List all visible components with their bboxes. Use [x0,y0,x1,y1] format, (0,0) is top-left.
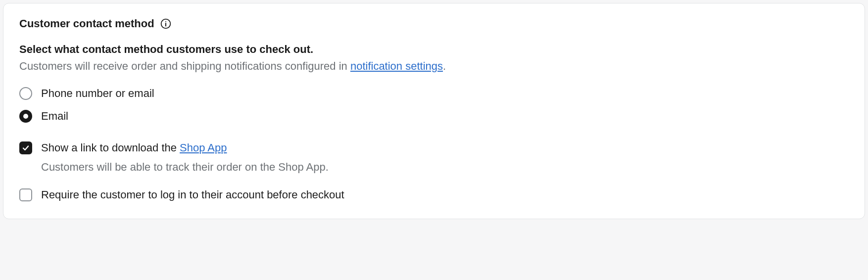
checkbox-content-require-login: Require the customer to log in to their … [41,187,344,203]
contact-method-card: Customer contact method Select what cont… [3,3,865,219]
contact-method-radio-group: Phone number or email Email [19,87,849,123]
checkbox-content-shop-app: Show a link to download the Shop App Cus… [41,140,329,175]
radio-phone-email[interactable] [19,87,32,100]
description-prefix: Customers will receive order and shippin… [19,60,350,72]
section-description: Customers will receive order and shippin… [19,59,849,74]
section-subtitle: Select what contact method customers use… [19,43,849,56]
info-icon[interactable] [160,18,171,29]
checkbox-row-shop-app: Show a link to download the Shop App Cus… [19,140,849,175]
checkbox-helper-shop-app: Customers will be able to track their or… [41,160,329,175]
checkbox-label-shop-app[interactable]: Show a link to download the Shop App [41,140,329,156]
radio-email[interactable] [19,110,32,123]
checkbox-row-require-login: Require the customer to log in to their … [19,187,849,203]
radio-row-phone-email[interactable]: Phone number or email [19,87,849,100]
header-row: Customer contact method [19,17,849,30]
section-title: Customer contact method [19,17,154,30]
shop-app-label-prefix: Show a link to download the [41,141,180,154]
checkbox-group: Show a link to download the Shop App Cus… [19,140,849,203]
description-suffix: . [443,60,446,72]
notification-settings-link[interactable]: notification settings [350,60,443,72]
svg-point-1 [165,21,166,22]
radio-row-email[interactable]: Email [19,110,849,123]
checkbox-label-require-login[interactable]: Require the customer to log in to their … [41,187,344,203]
shop-app-link[interactable]: Shop App [180,141,227,154]
radio-label-phone-email[interactable]: Phone number or email [41,87,154,100]
checkbox-shop-app[interactable] [19,141,32,154]
radio-label-email[interactable]: Email [41,110,68,123]
checkbox-require-login[interactable] [19,188,32,201]
